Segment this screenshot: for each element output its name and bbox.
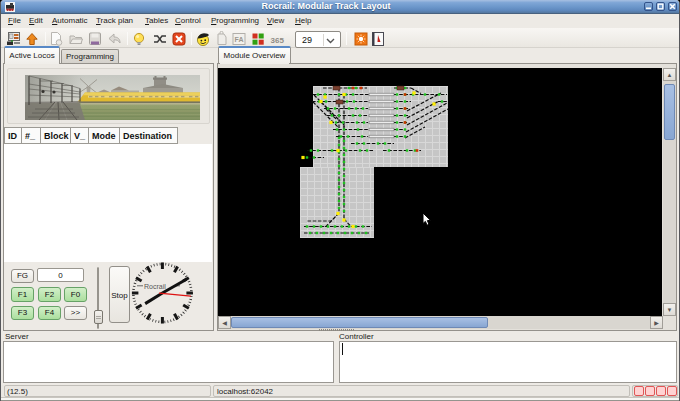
svg-text:FA: FA <box>235 36 244 43</box>
svg-text:365: 365 <box>271 36 285 45</box>
svg-text:Rocrail: Rocrail <box>144 283 166 290</box>
